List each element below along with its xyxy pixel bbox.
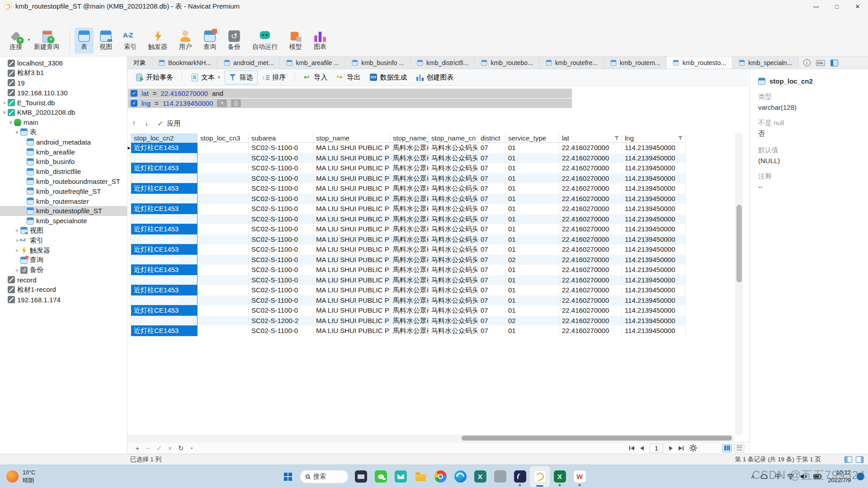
row-marker[interactable] (127, 255, 131, 265)
grid-cell[interactable]: 22.4160270000 (559, 183, 622, 194)
grid-cell[interactable]: 22.4160270000 (559, 163, 622, 174)
filter-value[interactable]: 114.2139450000 (163, 99, 213, 107)
grid-cell[interactable]: MA LIU SHUI PUBLIC PIER (313, 275, 390, 286)
grid-cell[interactable]: 馬料水公眾碼 (390, 265, 429, 275)
grid-cell[interactable]: 近灯柱CE1453 (131, 265, 198, 275)
row-marker[interactable] (127, 224, 131, 235)
grid-cell[interactable]: 07 (478, 255, 505, 265)
grid-cell[interactable] (198, 183, 249, 194)
grid-cell[interactable] (198, 265, 249, 275)
row-marker[interactable] (127, 204, 131, 214)
previous-page-button[interactable] (640, 446, 644, 450)
taskbar-app-button[interactable] (510, 466, 530, 487)
grid-cell[interactable]: 114.2139450000 (622, 204, 686, 214)
toolbar-button[interactable]: 模型 ▾ (283, 28, 308, 54)
grid-cell[interactable]: 22.4160270000 (559, 285, 622, 296)
filter-checkbox[interactable]: ✓ (131, 100, 137, 107)
column-header[interactable]: stop_loc_cn2 (131, 133, 198, 142)
filter-funnel-icon[interactable] (678, 136, 683, 140)
apply-button[interactable]: 应用 (167, 119, 180, 128)
grid-cell[interactable]: 近灯柱CE1453 (131, 214, 198, 225)
object-tab[interactable]: BookmarkNH... (152, 56, 217, 69)
grid-cell[interactable]: 01 (505, 183, 559, 194)
column-header[interactable]: stop_loc_cn3 (198, 133, 249, 142)
grid-cell[interactable]: SC02-S-1100-0 (249, 326, 313, 336)
grid-cell[interactable]: 22.4160270000 (559, 265, 622, 275)
row-marker[interactable] (127, 235, 131, 245)
grid-view-toggle[interactable] (722, 444, 732, 452)
grid-cell[interactable]: MA LIU SHUI PUBLIC PIER (313, 244, 390, 255)
tree-item[interactable]: kmb_specialnote (0, 216, 127, 226)
grid-cell[interactable]: 07 (478, 153, 505, 164)
grid-cell[interactable]: MA LIU SHUI PUBLIC PIER (313, 163, 390, 174)
row-marker[interactable] (127, 265, 131, 275)
taskbar-app-button[interactable]: W (570, 466, 590, 487)
tree-item[interactable]: android_metadata (0, 137, 127, 147)
grid-cell[interactable]: 马料水公众码头 (429, 275, 478, 286)
object-tab[interactable]: kmb_routesto... (666, 56, 732, 69)
grid-cell[interactable]: MA LIU SHUI PUBLIC PIER (313, 285, 390, 296)
grid-cell[interactable]: 近灯柱CE1453 (131, 285, 198, 296)
menu-item[interactable] (52, 13, 69, 25)
grid-cell[interactable]: 01 (505, 326, 559, 336)
grid-cell[interactable]: 22.4160270000 (559, 194, 622, 204)
cancel-changes-button[interactable]: × (165, 444, 175, 452)
grid-cell[interactable]: 07 (478, 143, 505, 153)
grid-cell[interactable]: 07 (478, 316, 505, 326)
next-page-button[interactable] (669, 446, 673, 450)
grid-cell[interactable]: MA LIU SHUI PUBLIC PIER (313, 143, 390, 153)
grid-cell[interactable]: 馬料水公眾碼 (390, 153, 429, 164)
grid-cell[interactable]: 近灯柱CE1453 (131, 235, 198, 245)
vertical-scrollbar[interactable] (735, 133, 743, 435)
menu-item[interactable] (69, 13, 86, 25)
grid-cell[interactable]: MA LIU SHUI PUBLIC PIER (313, 235, 390, 245)
taskbar-app-button[interactable] (391, 466, 410, 487)
add-condition-group-button[interactable]: () (231, 99, 241, 107)
menu-item[interactable] (0, 13, 17, 25)
row-marker[interactable] (127, 296, 131, 306)
grid-cell[interactable]: SC02-S-1100-0 (249, 153, 313, 164)
tree-expand-icon[interactable]: ∨ (14, 129, 20, 135)
grid-cell[interactable]: 22.4160270000 (559, 244, 622, 255)
grid-cell[interactable]: 01 (505, 244, 559, 255)
grid-cell[interactable]: 22.4160270000 (559, 224, 622, 235)
grid-cell[interactable]: 22.4160270000 (559, 275, 622, 286)
tree-item[interactable]: 192.168.1.174 (0, 295, 127, 305)
grid-cell[interactable]: 近灯柱CE1453 (131, 244, 198, 255)
grid-cell[interactable]: 07 (478, 244, 505, 255)
grid-cell[interactable]: SC02-S-1100-0 (249, 194, 313, 204)
grid-cell[interactable]: 马料水公众码头 (429, 255, 478, 265)
grid-cell[interactable]: 07 (478, 296, 505, 306)
grid-cell[interactable]: 01 (505, 204, 559, 214)
page-settings-gear-icon[interactable] (689, 444, 697, 452)
stop-button[interactable]: ▪ (186, 444, 197, 452)
grid-cell[interactable]: MA LIU SHUI PUBLIC PIER (313, 183, 390, 194)
grid-cell[interactable]: 114.2139450000 (622, 244, 686, 255)
grid-cell[interactable]: 01 (505, 235, 559, 245)
object-tab[interactable]: kmb_specialn... (732, 56, 798, 69)
tree-item[interactable]: kmb_routeboundmaster_ST (0, 177, 127, 187)
start-button[interactable] (278, 467, 297, 487)
grid-cell[interactable]: 02 (505, 255, 559, 265)
grid-cell[interactable] (198, 214, 249, 225)
grid-cell[interactable]: 07 (478, 194, 505, 204)
grid-cell[interactable]: 01 (505, 285, 559, 296)
row-marker[interactable] (127, 305, 131, 316)
grid-cell[interactable]: 馬料水公眾碼 (390, 174, 429, 184)
dropdown-caret-icon[interactable]: ▾ (218, 75, 220, 80)
grid-cell[interactable]: 07 (478, 285, 505, 296)
object-tab[interactable]: kmb_routebo... (475, 56, 539, 69)
taskbar-app-button[interactable]: X (470, 466, 490, 487)
grid-cell[interactable]: 114.2139450000 (622, 316, 686, 326)
grid-cell[interactable]: MA LIU SHUI PUBLIC PIER (313, 255, 390, 265)
grid-cell[interactable]: 114.2139450000 (622, 255, 686, 265)
grid-cell[interactable]: 02 (505, 316, 559, 326)
table-toolbar-button[interactable]: 创建图表 ▾ (412, 70, 458, 84)
row-marker[interactable] (127, 285, 131, 296)
grid-cell[interactable]: SC02-S-1100-0 (249, 285, 313, 296)
grid-cell[interactable]: 114.2139450000 (622, 296, 686, 306)
grid-cell[interactable]: 近灯柱CE1453 (131, 305, 198, 316)
tree-item[interactable]: kmb_businfo (0, 157, 127, 167)
taskbar-app-button[interactable] (351, 466, 371, 487)
toolbar-button[interactable]: 用户 ▾ (173, 28, 198, 54)
